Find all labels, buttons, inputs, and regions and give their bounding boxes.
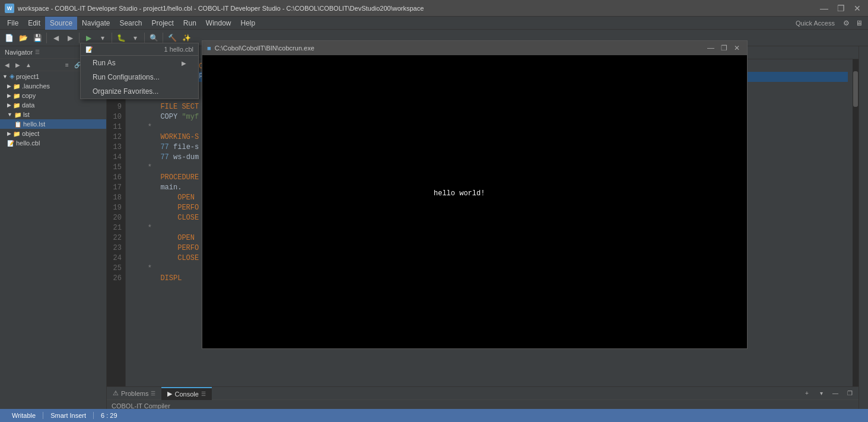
terminal-title-icon: ■ (207, 45, 211, 52)
project-icon: ◈ (9, 72, 14, 80)
menu-source[interactable]: Source (45, 17, 77, 30)
file-icon: 📋 (14, 121, 21, 128)
maximize-button[interactable]: ❐ (835, 4, 847, 13)
menu-edit[interactable]: Edit (23, 17, 45, 30)
navigator-panel: Navigator ☰ ◀ ▶ ▲ ≡ 🔗 ▾ ⋮ ▼ ◈ project1 (0, 46, 107, 422)
line-numbers: 5 6 7 8 9 10 11 12 13 14 15 16 17 18 (107, 59, 126, 386)
tree-item-lst[interactable]: ▼ 📁 lst (0, 110, 106, 119)
nav-btn-up[interactable]: ▲ (24, 60, 33, 69)
navigator-title: Navigator (5, 49, 33, 56)
close-button[interactable]: ✕ (851, 4, 863, 13)
folder-icon: 📁 (14, 112, 21, 118)
tree-item-hello-lst[interactable]: 📋 hello.lst (0, 119, 106, 129)
folder-icon: 📁 (13, 93, 20, 99)
console-badge: ☰ (201, 391, 206, 397)
tree-item-hello-cbl[interactable]: 📝 hello.cbl (0, 138, 106, 148)
context-run-as[interactable]: Run As ▶ (81, 56, 198, 70)
chevron-right-icon: ▶ (7, 83, 11, 89)
terminal-minimize[interactable]: — (705, 43, 716, 53)
tree-label: copy (22, 92, 36, 99)
toolbar-save[interactable]: 💾 (31, 31, 44, 45)
panel-new-console[interactable]: + (800, 387, 813, 400)
problems-badge: ☰ (151, 391, 155, 396)
quick-access[interactable]: Quick Access (791, 20, 840, 27)
chevron-down-icon: ▼ (7, 112, 12, 118)
status-writable: Writable (5, 412, 43, 419)
terminal-title-text: C:\Cobol\CobollT\BIN\cobcrun.exe (215, 45, 702, 52)
terminal-content[interactable]: hello world! (202, 55, 747, 348)
menu-search[interactable]: Search (115, 17, 147, 30)
tab-console-label: Console (174, 391, 198, 398)
separator-1 (46, 33, 47, 43)
separator-2 (79, 33, 80, 43)
context-menu-title: 📝 1 hello.cbl (81, 43, 198, 56)
tab-problems[interactable]: ⚠ Problems ☰ (107, 387, 161, 400)
toolbar-new[interactable]: 📄 (2, 31, 15, 45)
menu-help[interactable]: Help (236, 17, 260, 30)
tree-label: lst (23, 111, 30, 118)
tree-label: object (22, 130, 39, 137)
tree-label: .launches (22, 83, 50, 90)
separator-5 (163, 33, 163, 43)
menu-run[interactable]: Run (179, 17, 201, 30)
tab-problems-label: Problems (121, 390, 148, 397)
chevron-down-icon: ▼ (2, 74, 8, 80)
terminal-close[interactable]: ✕ (732, 43, 742, 53)
toolbar-forward[interactable]: ▶ (63, 31, 77, 45)
separator-4 (144, 33, 145, 43)
right-panel (859, 46, 868, 422)
problems-icon: ⚠ (113, 389, 119, 397)
panel-down-arrow[interactable]: ▾ (815, 387, 828, 400)
bottom-tabs: ⚠ Problems ☰ ▶ Console ☰ + ▾ — ❐ (107, 387, 859, 400)
menu-navigate[interactable]: Navigate (77, 17, 115, 30)
nav-btn-2[interactable]: ▶ (13, 60, 23, 69)
nav-btn-collapse[interactable]: ≡ (62, 60, 72, 69)
status-insert-mode: Smart Insert (43, 412, 94, 419)
scrollbar-thumb[interactable] (853, 71, 858, 107)
panel-minimize[interactable]: — (829, 387, 842, 400)
terminal-output: hello world! (434, 189, 485, 198)
tree-item-object[interactable]: ▶ 📁 object (0, 129, 106, 138)
tree-label: data (22, 101, 34, 109)
folder-icon: 📁 (13, 102, 20, 109)
toolbar-icon-2[interactable]: 🖥 (853, 17, 866, 30)
panel-maximize[interactable]: ❐ (843, 387, 856, 400)
chevron-right-icon: ▶ (7, 102, 11, 108)
app-icon: W (5, 4, 14, 13)
status-bar: Writable Smart Insert 6 : 29 (0, 409, 868, 422)
navigator-badge: ☰ (35, 49, 40, 55)
tab-console[interactable]: ▶ Console ☰ (161, 387, 211, 400)
terminal-maximize[interactable]: ❐ (718, 43, 729, 53)
menu-file[interactable]: File (2, 17, 23, 30)
context-organize-favorites[interactable]: Organize Favorites... (81, 84, 198, 99)
toolbar-open[interactable]: 📂 (17, 31, 30, 45)
chevron-right-icon: ▶ (7, 93, 11, 99)
folder-icon: 📁 (13, 131, 20, 137)
terminal-window: ■ C:\Cobol\CobollT\BIN\cobcrun.exe — ❐ ✕… (202, 40, 748, 349)
menu-window[interactable]: Window (201, 17, 236, 30)
context-run-configurations[interactable]: Run Configurations... (81, 70, 198, 84)
title-bar: W workspace - COBOL-IT Developer Studio … (0, 0, 868, 17)
toolbar-back[interactable]: ◀ (49, 31, 62, 45)
context-title-icon: 📝 (85, 46, 93, 53)
context-menu: 📝 1 hello.cbl Run As ▶ Run Configuration… (80, 43, 199, 99)
terminal-title-bar: ■ C:\Cobol\CobollT\BIN\cobcrun.exe — ❐ ✕ (202, 41, 747, 55)
folder-icon: 📁 (13, 83, 20, 90)
file-icon: 📝 (7, 140, 14, 147)
toolbar-icon-1[interactable]: ⚙ (840, 17, 853, 30)
menu-bar: File Edit Source Navigate Search Project… (0, 17, 868, 30)
tree-label: project1 (16, 73, 39, 80)
chevron-right-icon: ▶ (7, 131, 11, 137)
chevron-right-icon: ▶ (182, 60, 186, 66)
window-controls: — ❐ ✕ (818, 4, 863, 13)
status-position: 6 : 29 (94, 412, 125, 419)
bottom-panel-controls: + ▾ — ❐ (800, 387, 859, 400)
console-icon: ▶ (167, 390, 172, 398)
tree-item-data[interactable]: ▶ 📁 data (0, 100, 106, 110)
minimize-button[interactable]: — (818, 4, 830, 13)
editor-scrollbar[interactable] (853, 59, 859, 386)
window-title: workspace - COBOL-IT Developer Studio - … (18, 5, 818, 12)
nav-btn-1[interactable]: ◀ (2, 60, 12, 69)
menu-project[interactable]: Project (147, 17, 178, 30)
tree-label: hello.lst (23, 120, 45, 128)
